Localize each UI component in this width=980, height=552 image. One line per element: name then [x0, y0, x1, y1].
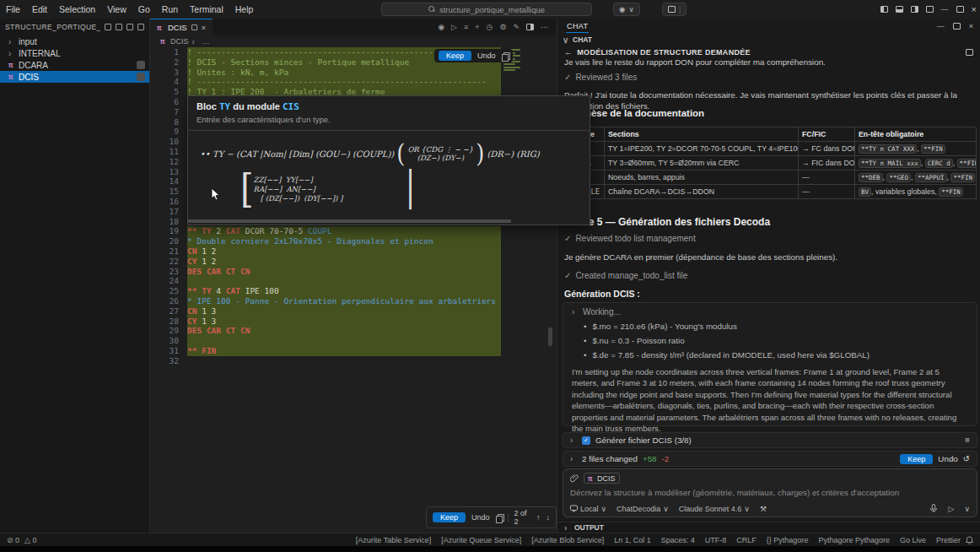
menu-file[interactable]: File — [0, 4, 26, 14]
keep-button[interactable]: Keep — [439, 51, 471, 61]
working-box: › Working... •$.mo = 210.e6 (kPa) - Youn… — [563, 302, 977, 426]
maximize-panel-icon[interactable] — [953, 23, 961, 30]
split-editor-icon[interactable] — [526, 24, 534, 30]
toggle-secondary-sidebar-icon[interactable] — [911, 6, 918, 13]
new-folder-icon[interactable] — [116, 24, 122, 30]
menu-edit[interactable]: Edit — [26, 4, 53, 14]
status-item[interactable]: UTF-8 — [705, 536, 727, 544]
tools-icon[interactable]: ⚒ — [760, 505, 767, 513]
undo-button[interactable]: Undo — [471, 513, 490, 522]
copy-icon[interactable] — [496, 514, 502, 522]
menu-view[interactable]: View — [101, 4, 132, 14]
created-file-row[interactable]: ✓ Created manage_todo_list file — [564, 271, 973, 280]
files-changed-row[interactable]: › 2 files changed +58 -2 Keep Undo ↺ — [563, 451, 977, 467]
keep-button[interactable]: Keep — [433, 512, 466, 522]
menu-run[interactable]: Run — [156, 4, 184, 14]
menu-help[interactable]: Help — [229, 4, 260, 14]
toggle-sidebar-icon[interactable] — [880, 6, 888, 13]
gear-icon[interactable]: ⚙ — [499, 23, 506, 31]
menu-bar: FileEditSelectionViewGoRunTerminalHelp — [0, 4, 259, 14]
local-picker[interactable]: Local ∨ — [570, 505, 606, 513]
reviewed-todo-row[interactable]: ✓ Reviewed todo list management — [564, 234, 973, 243]
close-panel-icon[interactable]: × — [969, 22, 973, 30]
line-content: DES CAR CT CN — [187, 326, 501, 336]
send-icon[interactable]: ▷ — [948, 505, 954, 513]
conversation-title: MODÉLISATION DE STRUCTURE DEMANDÉE — [577, 48, 751, 57]
explorer-item-dcara[interactable]: πDCARA — [0, 59, 149, 71]
run-icon[interactable]: ▷ — [451, 23, 457, 31]
more-actions-icon[interactable]: ⋯ — [541, 23, 548, 31]
output-panel-header[interactable]: › OUTPUT — [557, 522, 980, 533]
status-item[interactable]: Pythagore Pythagore — [818, 536, 890, 544]
editor-scrollbar[interactable] — [548, 327, 552, 346]
model-picker[interactable]: Claude Sonnet 4.6 ∨ — [679, 505, 750, 513]
back-icon[interactable]: ← — [564, 48, 572, 57]
layout-pill[interactable]: | — [662, 3, 687, 16]
collapse-all-icon[interactable] — [137, 24, 144, 30]
status-item[interactable]: Prettier — [936, 536, 961, 544]
warnings-indicator[interactable]: △ 0 — [24, 536, 36, 544]
status-item[interactable]: [Azurite Blob Service] — [531, 536, 604, 544]
edit-icon[interactable]: ✎ — [513, 23, 520, 31]
mode-picker[interactable]: ChatDecodia ∨ — [617, 505, 669, 513]
context-chip-dcis[interactable]: π DCIS — [584, 473, 620, 484]
bell-icon[interactable] — [966, 536, 973, 544]
minimize-panel-icon[interactable]: — — [937, 22, 945, 30]
status-item[interactable]: [Azurite Queue Service] — [441, 536, 521, 544]
tab-chat[interactable]: CHAT — [566, 20, 589, 33]
close-tab-icon[interactable]: × — [202, 24, 206, 32]
record-icon[interactable]: ◉ — [438, 23, 444, 31]
menu-go[interactable]: Go — [132, 4, 156, 14]
outline-icon[interactable]: ≡ — [464, 23, 468, 31]
attach-context-icon[interactable] — [570, 474, 579, 483]
copy-icon[interactable] — [502, 52, 509, 60]
toggle-panel-icon[interactable] — [896, 6, 903, 13]
command-center-search[interactable]: structure_portique_metallique — [381, 3, 592, 16]
chevron-down-icon[interactable]: ∨ — [964, 505, 970, 513]
status-item[interactable]: Go Live — [900, 536, 926, 544]
tooltip-scrollbar[interactable] — [188, 219, 511, 223]
restore-icon[interactable] — [956, 6, 964, 13]
line-number: 31 — [150, 346, 179, 356]
task-progress-row[interactable]: › ✓ Générer fichier DCIS (3/8) ≡ — [563, 432, 977, 448]
copilot-pill[interactable]: ◉ ∨ — [613, 3, 640, 16]
pin-icon[interactable] — [191, 24, 197, 30]
status-item[interactable]: {} Pythagore — [767, 536, 809, 544]
undo-button[interactable]: Undo — [477, 51, 496, 60]
discard-icon[interactable]: ↺ — [963, 454, 970, 463]
chat-input-placeholder[interactable]: Décrivez la structure à modéliser (géomé… — [570, 488, 970, 497]
chevron-down-icon[interactable]: ∨ — [563, 35, 569, 45]
status-item[interactable]: CRLF — [736, 536, 757, 544]
customize-layout-icon[interactable] — [926, 6, 934, 13]
chat-input-box[interactable]: π DCIS Décrivez la structure à modéliser… — [563, 468, 977, 517]
reviewed-files-row[interactable]: ✓ Reviewed 3 files — [564, 73, 973, 82]
explorer-item-internal[interactable]: ›INTERNAL — [0, 47, 149, 59]
breadcrumb[interactable]: π DCIS › … — [150, 35, 557, 47]
explorer-item-dcis[interactable]: πDCIS — [0, 71, 149, 83]
mic-icon[interactable] — [929, 504, 938, 513]
tab-dcis[interactable]: π DCIS × — [150, 19, 213, 35]
pythagore-file-icon: π — [588, 474, 595, 483]
todo-list-icon[interactable]: ≡ — [965, 436, 970, 445]
minimize-icon[interactable]: — — [941, 5, 949, 14]
errors-indicator[interactable]: ⊘ 0 — [7, 536, 19, 544]
status-item[interactable]: Ln 1, Col 1 — [614, 536, 651, 544]
open-chat-in-editor-icon[interactable] — [966, 49, 973, 56]
new-file-icon[interactable] — [105, 24, 111, 30]
status-item[interactable]: Spaces: 4 — [661, 536, 695, 544]
explorer-item-input[interactable]: ›input — [0, 35, 149, 47]
undo-button[interactable]: Undo — [938, 454, 957, 463]
menu-terminal[interactable]: Terminal — [184, 4, 229, 14]
prev-change-icon[interactable]: ↑ — [536, 513, 541, 522]
history-icon[interactable]: ◷ — [487, 23, 493, 31]
keep-button[interactable]: Keep — [900, 454, 933, 464]
line-number: 5 — [150, 87, 179, 97]
working-header[interactable]: › Working... — [572, 307, 968, 317]
status-item[interactable]: [Azurite Table Service] — [356, 536, 431, 544]
close-icon[interactable]: × — [972, 4, 977, 14]
next-change-icon[interactable]: ↓ — [547, 513, 551, 522]
menu-selection[interactable]: Selection — [53, 4, 101, 14]
refresh-icon[interactable] — [127, 24, 133, 30]
line-number: 1 — [150, 47, 179, 57]
add-icon[interactable]: + — [475, 23, 479, 31]
